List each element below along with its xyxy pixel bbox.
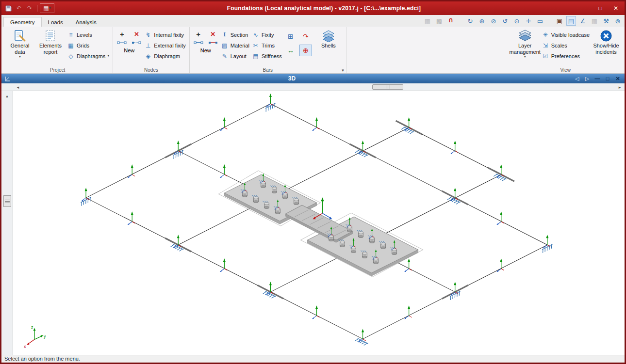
group-label-nodes: Nodes bbox=[113, 67, 189, 73]
zoom-window-icon[interactable]: ⊙ bbox=[512, 16, 522, 26]
toolbar-separator bbox=[37, 5, 37, 12]
model-drawing: z y x bbox=[13, 91, 625, 355]
save-button[interactable] bbox=[3, 3, 13, 13]
chevron-down-icon: ▾ bbox=[107, 54, 109, 57]
pan-icon[interactable]: ✛ bbox=[524, 16, 533, 26]
local-axes-button[interactable]: ⊕ bbox=[299, 45, 312, 56]
trims-button[interactable]: ✂ Trims bbox=[252, 41, 282, 49]
material-button[interactable]: ▨ Material bbox=[221, 41, 249, 49]
tab-loads[interactable]: Loads bbox=[42, 17, 69, 27]
axis-z-label: z bbox=[31, 325, 33, 330]
title-bar: ↶ ↷ ▦▾ Foundations (Local analytical mod… bbox=[1, 1, 625, 15]
rotate-bar-button[interactable]: ↷ bbox=[299, 31, 312, 42]
general-data-button[interactable]: General data ▾ bbox=[6, 29, 34, 59]
next-view-button[interactable]: ▷ bbox=[583, 76, 591, 82]
angle-icon[interactable]: ∠ bbox=[578, 16, 588, 26]
stiffness-label: Stiffness bbox=[262, 53, 282, 59]
layer-management-button[interactable]: Layer management ▾ bbox=[511, 29, 539, 59]
bar-copy-button[interactable] bbox=[208, 38, 218, 47]
ribbon-group-nodes: + ✕ New ↯ Internal fixity bbox=[113, 27, 189, 73]
stretch-bar-button[interactable]: ↔ bbox=[284, 45, 297, 56]
node-copy-button[interactable] bbox=[131, 38, 142, 47]
maximize-button[interactable]: □ bbox=[593, 3, 607, 13]
close-button[interactable]: ✕ bbox=[609, 3, 623, 13]
external-fixity-label: External fixity bbox=[154, 43, 185, 48]
scroll-up-button[interactable]: ▴ bbox=[6, 94, 8, 98]
full-screen-icon[interactable]: ▭ bbox=[535, 16, 545, 26]
window-controls: □ ✕ bbox=[593, 3, 623, 13]
redraw-icon[interactable]: ↺ bbox=[500, 16, 510, 26]
elements-report-icon bbox=[44, 30, 57, 42]
material-icon: ▨ bbox=[221, 42, 229, 49]
tab-geometry[interactable]: Geometry bbox=[3, 17, 42, 27]
node-copy-icon bbox=[132, 40, 141, 45]
tools-icon[interactable]: ⚒ bbox=[601, 16, 611, 26]
scroll-left-button[interactable]: ◂ bbox=[14, 83, 22, 91]
levels-button[interactable]: ≡ Levels bbox=[67, 31, 109, 39]
node-diaphragm-button[interactable]: ◈ Diaphragm bbox=[144, 52, 185, 60]
scroll-right-button[interactable]: ▸ bbox=[616, 83, 624, 91]
bar-delete-button[interactable]: ✕ bbox=[208, 30, 218, 38]
preferences-button[interactable]: ☑ Preferences bbox=[542, 52, 590, 60]
node-move-button[interactable] bbox=[116, 38, 127, 47]
previous-view-button[interactable]: ◁ bbox=[573, 76, 581, 82]
node-delete-button[interactable]: ✕ bbox=[131, 30, 142, 38]
close-icon: ✕ bbox=[613, 5, 618, 12]
viewport-minimize-button[interactable]: — bbox=[593, 76, 601, 81]
viewport-close-button[interactable]: ✕ bbox=[614, 76, 622, 82]
bars-dialog-launcher[interactable]: ▾ bbox=[342, 68, 344, 73]
internal-fixity-label: Internal fixity bbox=[154, 32, 184, 38]
grids-button[interactable]: ▦ Grids bbox=[67, 41, 109, 49]
layout-label: Layout bbox=[231, 53, 247, 59]
grids-icon: ▦ bbox=[67, 42, 75, 49]
scales-button[interactable]: ⇲ Scales bbox=[542, 41, 590, 49]
visible-loadcase-label: Visible loadcase bbox=[551, 32, 590, 38]
capture-icon[interactable]: ▦ bbox=[423, 16, 432, 26]
status-message: Select an option from the menu. bbox=[4, 356, 80, 362]
fixity-icon: ∿ bbox=[252, 32, 260, 38]
bars-small-column-1: I Section ▨ Material ✎ Layout bbox=[221, 29, 249, 60]
internal-fixity-button[interactable]: ↯ Internal fixity bbox=[144, 31, 185, 39]
bar-move-button[interactable] bbox=[193, 38, 204, 47]
layout-button[interactable]: ✎ Layout bbox=[221, 52, 249, 60]
region-icon[interactable]: ▣ bbox=[555, 16, 564, 26]
bar-new-button[interactable]: + bbox=[193, 30, 204, 38]
snap-grid-icon[interactable]: ▦ bbox=[590, 16, 599, 26]
panel-expander-handle[interactable] bbox=[3, 195, 11, 207]
zoom-previous-icon[interactable]: ⊘ bbox=[489, 16, 498, 26]
zoom-extents-icon[interactable]: ⊕ bbox=[477, 16, 487, 26]
viewport-restore-button[interactable]: □ bbox=[604, 76, 611, 81]
ribbon: General data ▾ Elements report ≡ Levels … bbox=[1, 27, 625, 74]
capture-menu-button[interactable]: ▦▾ bbox=[40, 3, 54, 13]
section-label: Section bbox=[231, 32, 248, 38]
find-icon[interactable]: ⊚ bbox=[613, 16, 623, 26]
matrix-icon[interactable]: ▩ bbox=[434, 16, 444, 26]
layer-management-icon bbox=[518, 30, 532, 42]
bars-small-column-2: ∿ Fixity ✂ Trims ▤ Stiffness bbox=[252, 29, 282, 60]
stiffness-button[interactable]: ▤ Stiffness bbox=[252, 52, 282, 60]
fixity-button[interactable]: ∿ Fixity bbox=[252, 31, 282, 39]
section-button[interactable]: I Section bbox=[221, 31, 249, 39]
shells-button[interactable]: Shells bbox=[314, 29, 343, 49]
undo-button[interactable]: ↶ bbox=[14, 3, 24, 13]
model-canvas[interactable]: z y x bbox=[13, 91, 625, 355]
redo-button[interactable]: ↷ bbox=[25, 3, 34, 13]
elements-report-button[interactable]: Elements report bbox=[36, 29, 65, 55]
shells-icon bbox=[322, 30, 335, 42]
tab-analysis[interactable]: Analysis bbox=[69, 17, 103, 27]
display-options-icon[interactable]: ▤ bbox=[566, 16, 576, 26]
external-fixity-icon: ⊥ bbox=[144, 42, 152, 49]
diaphragms-button[interactable]: ◇ Diaphragms ▾ bbox=[67, 52, 109, 60]
node-new-button[interactable]: + bbox=[116, 30, 127, 38]
show-hide-incidents-button[interactable]: Show/Hide incidents bbox=[592, 29, 620, 55]
external-fixity-button[interactable]: ⊥ External fixity bbox=[144, 41, 185, 49]
divide-bar-button[interactable]: ⊞ bbox=[284, 31, 297, 42]
splitter-handle[interactable] bbox=[372, 84, 403, 90]
quick-access-toolbar: ↶ ↷ ▦▾ bbox=[3, 3, 54, 13]
visible-loadcase-button[interactable]: ✳ Visible loadcase bbox=[542, 31, 590, 39]
nodes-new-cluster: + ✕ New bbox=[116, 29, 142, 53]
orbit-icon[interactable]: ↻ bbox=[465, 16, 475, 26]
preferences-label: Preferences bbox=[551, 53, 580, 59]
magnet-snap-icon[interactable]: ∪ bbox=[446, 16, 456, 26]
scales-icon: ⇲ bbox=[542, 42, 549, 49]
